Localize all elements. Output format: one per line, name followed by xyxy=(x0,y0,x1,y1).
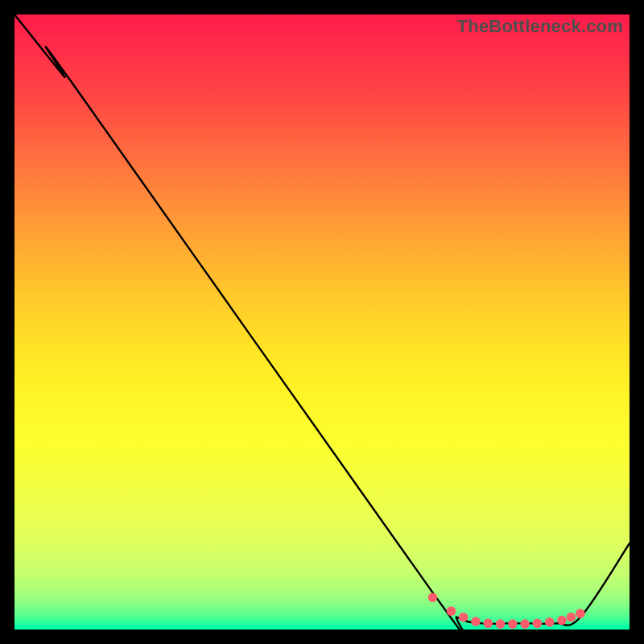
optimal-marker xyxy=(459,613,469,622)
optimal-marker xyxy=(557,616,567,625)
optimal-marker xyxy=(483,619,493,629)
optimal-marker xyxy=(508,619,518,629)
chart-frame: TheBottleneck.com xyxy=(0,0,644,644)
optimal-marker xyxy=(533,619,543,629)
optimal-marker xyxy=(428,592,438,602)
optimal-marker xyxy=(496,619,506,629)
optimal-marker xyxy=(447,606,456,616)
optimal-marker xyxy=(520,619,530,629)
optimal-marker xyxy=(567,613,576,622)
curve-layer xyxy=(14,14,630,630)
optimal-marker xyxy=(576,609,585,618)
optimal-marker xyxy=(471,617,481,626)
optimal-marker xyxy=(545,617,555,627)
plot-area: TheBottleneck.com xyxy=(14,14,630,630)
bottleneck-curve-path xyxy=(14,14,630,630)
